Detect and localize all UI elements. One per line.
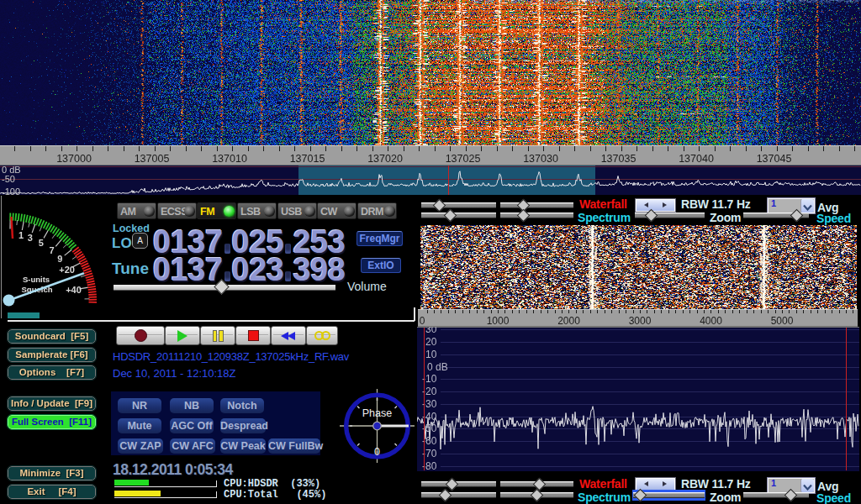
- svg-text:5: 5: [39, 238, 44, 248]
- svg-text:0: 0: [374, 446, 380, 458]
- svg-text:+40: +40: [66, 285, 82, 295]
- svg-text:Phase: Phase: [362, 407, 392, 419]
- svg-text:3: 3: [28, 233, 33, 243]
- svg-text:7: 7: [50, 245, 55, 255]
- svg-text:+20: +20: [59, 265, 75, 275]
- svg-text:9: 9: [57, 254, 62, 264]
- svg-text:S-units: S-units: [23, 275, 50, 284]
- svg-text:1: 1: [18, 230, 24, 240]
